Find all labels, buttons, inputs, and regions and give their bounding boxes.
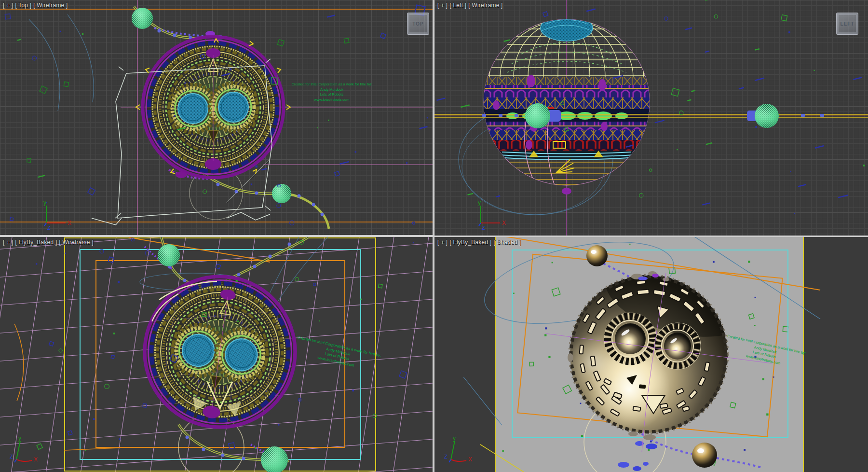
viewport-top-left[interactable]: y X Z +TopWireframe TOP Created for Inte…: [0, 0, 433, 235]
particle: [496, 196, 500, 197]
viewport-menu-view[interactable]: Left: [449, 2, 466, 9]
viewport-top-right[interactable]: y X Z +LeftWireframe LEFT: [434, 0, 868, 236]
particle: [49, 341, 54, 346]
particle: [261, 168, 267, 170]
particle: [229, 443, 235, 449]
camera-path-sphere[interactable]: [272, 184, 291, 203]
particle: [5, 14, 10, 19]
particle: [755, 126, 757, 127]
particle: [237, 320, 239, 322]
viewport-menu-general[interactable]: +: [3, 239, 13, 246]
viewport-canvas-left[interactable]: y X Z: [434, 0, 868, 236]
viewport-label[interactable]: +FlyBy_BakedWireframe: [3, 239, 95, 246]
particle: [255, 166, 257, 167]
axis-label-x: X: [68, 220, 71, 226]
particle: [327, 15, 335, 17]
particle: [853, 77, 862, 80]
viewport-bottom-left[interactable]: y X Z +FlyBy_BakedWireframe Created for …: [0, 237, 433, 472]
particle: [814, 70, 814, 71]
owl-ship-model-top-view[interactable]: [142, 36, 285, 179]
viewport-menu-general[interactable]: +: [437, 239, 448, 246]
camera-path-sphere-shaded[interactable]: [586, 245, 608, 266]
particle: [677, 149, 678, 150]
particle: [266, 391, 267, 392]
particle: [105, 384, 109, 389]
orange-curve: [14, 324, 24, 401]
particle: [251, 183, 252, 185]
particle: [65, 253, 66, 254]
camera-path-sphere-shaded[interactable]: [692, 443, 717, 468]
viewport-menu-general[interactable]: +: [437, 2, 448, 9]
particle: [461, 105, 469, 107]
viewport-menu-shading[interactable]: Shaded: [493, 239, 521, 246]
particle: [744, 449, 746, 451]
particle: [255, 447, 256, 449]
yellow-fan: [556, 159, 574, 173]
band-cyan: [483, 151, 651, 160]
particle: [790, 171, 791, 172]
camera-path-sphere[interactable]: [132, 8, 153, 29]
axis-gizmo: y X Z: [478, 199, 506, 231]
viewport-label[interactable]: +LeftWireframe: [437, 2, 505, 9]
viewport-menu-view[interactable]: FlyBy_Baked: [15, 239, 57, 246]
viewport-menu-general[interactable]: +: [3, 2, 13, 9]
particle: [205, 40, 206, 41]
viewport-menu-shading[interactable]: Wireframe: [468, 2, 502, 9]
particle: [68, 430, 72, 435]
camera-path-sphere[interactable]: [755, 104, 779, 128]
axis-label-z: Z: [482, 225, 485, 231]
viewport-menu-view[interactable]: FlyBy_Baked: [449, 239, 491, 246]
particle: [319, 320, 320, 321]
particle: [468, 194, 474, 195]
particle: [581, 435, 583, 437]
viewport-label[interactable]: +FlyBy_BakedShaded: [437, 239, 523, 246]
particle: [313, 283, 315, 286]
viewcube-face-label[interactable]: LEFT: [841, 21, 854, 27]
particle: [552, 262, 553, 264]
viewport-menu-shading[interactable]: Wireframe: [59, 239, 93, 246]
viewport-bottom-right[interactable]: y X Z +FlyBy_BakedShaded Created for Int…: [434, 237, 868, 472]
particle: [113, 333, 115, 334]
particle: [629, 244, 630, 245]
particle: [650, 169, 652, 171]
particle: [706, 143, 712, 144]
camera-path-sphere[interactable]: [158, 244, 180, 266]
band-arch-purple: [482, 85, 652, 97]
axis-gizmo: y X Z: [10, 435, 38, 463]
particle: [419, 126, 427, 128]
viewcube[interactable]: TOP: [407, 13, 429, 35]
particle: [278, 424, 280, 426]
orbit-curve: [29, 19, 60, 111]
particle: [548, 356, 550, 358]
particle: [815, 146, 824, 148]
particle: [502, 450, 504, 452]
viewport-label[interactable]: +TopWireframe: [3, 2, 70, 9]
particle: [203, 190, 207, 194]
camera-path-sphere[interactable]: [261, 446, 288, 472]
orbit-curve: [68, 14, 94, 102]
camera-path-sphere[interactable]: [525, 103, 550, 128]
viewport-menu-shading[interactable]: Wireframe: [33, 2, 68, 9]
particle: [230, 69, 231, 70]
particle: [38, 175, 45, 177]
viewcube-face-label[interactable]: TOP: [412, 21, 423, 27]
particle: [37, 444, 42, 449]
particle: [702, 203, 710, 205]
particle: [205, 121, 206, 123]
viewport-menu-view[interactable]: Top: [15, 2, 31, 9]
particle: [174, 115, 175, 117]
particle: [413, 242, 414, 243]
particle: [111, 355, 114, 359]
band-arch-purple: [483, 122, 651, 130]
particle: [739, 87, 744, 89]
axis-label-y: y: [478, 199, 481, 206]
particle: [755, 297, 756, 298]
viewcube[interactable]: LEFT: [836, 13, 858, 35]
axis-gizmo: y X Z: [444, 435, 472, 463]
connector-detail: [548, 107, 554, 109]
particle: [648, 449, 650, 451]
particle: [427, 117, 428, 118]
particle: [59, 349, 62, 352]
particle: [119, 438, 120, 440]
viewport-canvas-top[interactable]: y X Z: [0, 0, 433, 235]
